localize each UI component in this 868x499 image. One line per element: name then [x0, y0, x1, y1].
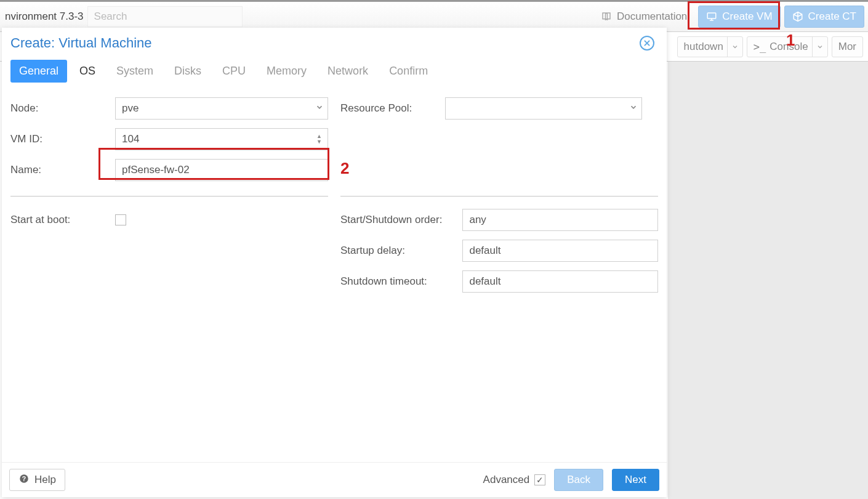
create-vm-dialog: Create: Virtual Machine General OS Syste… — [2, 28, 667, 497]
form-left-column: Node: pve VM ID: 104 ▲▼ Name: — [10, 96, 328, 462]
node-label: Node: — [10, 102, 109, 115]
name-label: Name: — [10, 164, 109, 176]
tab-disks: Disks — [166, 60, 210, 83]
divider — [10, 196, 328, 197]
shutdown-label: hutdown — [684, 41, 723, 53]
shutdown-timeout-label: Shutdown timeout: — [340, 275, 456, 288]
resource-pool-field: Resource Pool: — [340, 96, 658, 121]
tab-os[interactable]: OS — [71, 60, 104, 83]
chevron-down-icon — [629, 102, 638, 115]
wizard-tabs: General OS System Disks CPU Memory Netwo… — [2, 51, 667, 83]
book-icon — [601, 11, 612, 22]
tab-general[interactable]: General — [10, 60, 67, 83]
resource-pool-label: Resource Pool: — [340, 102, 439, 115]
tab-system: System — [108, 60, 162, 83]
resource-pool-select[interactable] — [445, 97, 642, 120]
shutdown-timeout-value: default — [469, 275, 500, 288]
startup-delay-value: default — [469, 245, 500, 257]
create-ct-label: Create CT — [808, 10, 856, 23]
start-order-input[interactable]: any — [462, 209, 658, 231]
close-button[interactable] — [640, 36, 654, 51]
vmid-field: VM ID: 104 ▲▼ — [10, 127, 328, 152]
start-order-label: Start/Shutdown order: — [340, 214, 456, 226]
next-button[interactable]: Next — [612, 469, 659, 491]
startup-delay-field: Startup delay: default — [340, 238, 658, 263]
node-select[interactable]: pve — [115, 97, 328, 120]
start-order-value: any — [469, 214, 486, 226]
form-right-column: Resource Pool: Start/Shutdown order: any… — [340, 96, 658, 462]
node-value: pve — [122, 102, 139, 115]
tab-cpu: CPU — [214, 60, 254, 83]
documentation-button[interactable]: Documentation — [593, 6, 694, 28]
dialog-title: Create: Virtual Machine — [10, 35, 152, 51]
console-button[interactable]: >_ Console — [747, 36, 828, 57]
more-label: Mor — [838, 41, 856, 53]
tab-memory: Memory — [258, 60, 315, 83]
divider — [340, 196, 658, 197]
monitor-icon — [706, 11, 717, 22]
help-icon: ? — [18, 473, 30, 487]
footer-right: Advanced Back Next — [483, 469, 659, 491]
chevron-down-icon — [315, 102, 324, 115]
startup-delay-input[interactable]: default — [462, 240, 658, 262]
chevron-down-icon[interactable] — [812, 37, 827, 57]
name-field: Name: pfSense-fw-02 — [10, 158, 328, 182]
shutdown-timeout-input[interactable]: default — [462, 270, 658, 293]
chevron-down-icon[interactable] — [727, 37, 742, 57]
back-button[interactable]: Back — [554, 469, 603, 491]
advanced-checkbox[interactable] — [534, 474, 545, 485]
start-at-boot-label: Start at boot: — [10, 214, 109, 226]
help-button[interactable]: ? Help — [9, 469, 65, 491]
form-body: Node: pve VM ID: 104 ▲▼ Name: — [2, 83, 667, 462]
shutdown-timeout-field: Shutdown timeout: default — [340, 269, 658, 294]
create-vm-label: Create VM — [722, 10, 772, 23]
svg-rect-0 — [708, 13, 717, 18]
cube-icon — [792, 11, 803, 22]
app-version: nvironment 7.3-3 — [4, 10, 84, 23]
more-button[interactable]: Mor — [832, 36, 863, 57]
dialog-footer: ? Help Advanced Back Next — [2, 462, 667, 497]
start-order-field: Start/Shutdown order: any — [340, 208, 658, 232]
dialog-header: Create: Virtual Machine — [2, 28, 667, 51]
start-at-boot-field: Start at boot: — [10, 208, 328, 232]
vmid-value: 104 — [122, 133, 139, 145]
startup-delay-label: Startup delay: — [340, 245, 456, 257]
spinner-icon[interactable]: ▲▼ — [316, 129, 324, 150]
console-label: Console — [770, 41, 808, 53]
vmid-label: VM ID: — [10, 133, 109, 145]
name-value: pfSense-fw-02 — [122, 164, 190, 176]
svg-text:?: ? — [22, 474, 26, 482]
terminal-icon: >_ — [753, 41, 766, 53]
create-vm-button[interactable]: Create VM — [698, 6, 780, 28]
create-ct-button[interactable]: Create CT — [784, 6, 864, 28]
shutdown-button[interactable]: hutdown — [677, 36, 743, 57]
name-input[interactable]: pfSense-fw-02 — [115, 159, 328, 181]
node-field: Node: pve — [10, 96, 328, 121]
advanced-toggle[interactable]: Advanced — [483, 474, 546, 486]
help-label: Help — [34, 474, 56, 486]
content-background — [668, 62, 868, 499]
close-icon — [643, 35, 651, 51]
search-input[interactable] — [87, 6, 243, 27]
advanced-label: Advanced — [483, 474, 530, 486]
tab-confirm: Confirm — [380, 60, 436, 83]
documentation-label: Documentation — [617, 10, 687, 23]
vmid-input[interactable]: 104 ▲▼ — [115, 128, 328, 150]
start-at-boot-checkbox[interactable] — [115, 214, 126, 225]
tab-network: Network — [319, 60, 377, 83]
